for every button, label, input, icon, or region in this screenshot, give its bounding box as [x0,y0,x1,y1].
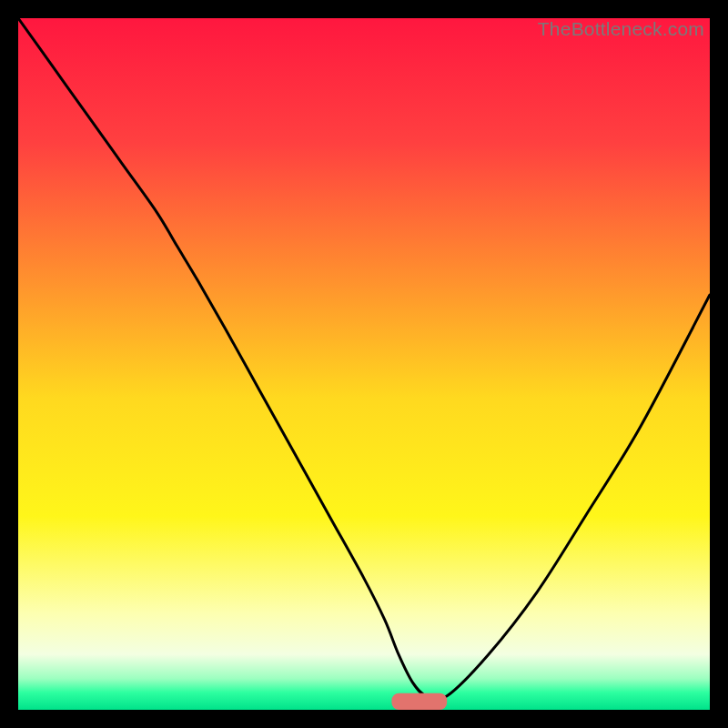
gradient-background [18,18,710,710]
watermark-text: TheBottleneck.com [538,18,704,40]
bottleneck-chart [18,18,710,710]
chart-frame: TheBottleneck.com [18,18,710,710]
optimum-marker [391,693,447,710]
